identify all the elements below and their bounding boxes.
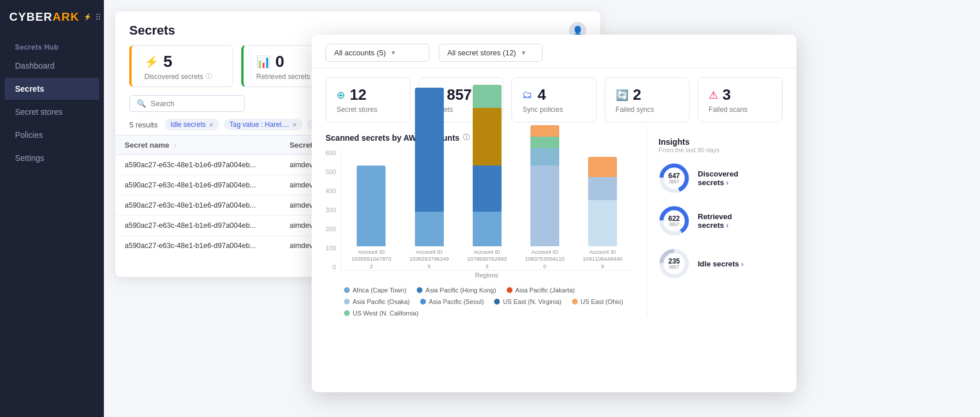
- chart-yaxis: 600 500 400 300 200 100 0: [326, 149, 341, 271]
- sort-icon-name[interactable]: ↑: [174, 142, 177, 149]
- col-secret-name: Secret name ↑: [115, 136, 280, 155]
- bar-account-5: Account ID10911064484409: [582, 157, 623, 270]
- discovered-label: Discovered secrets: [144, 73, 203, 81]
- insight-row-discovered[interactable]: 647/857 Discovered secrets ›: [659, 163, 785, 194]
- chart-bars-wrap: Account ID10355510479732 Account ID10382…: [341, 149, 633, 282]
- panel-header: All accounts (5) ▼ All secret stores (12…: [312, 35, 796, 68]
- main-content: Secrets 👤 ⚡ 5 Discovered secrets ⓘ 📊 0: [104, 0, 980, 417]
- legend-label: Asia Pacific (Seoul): [429, 298, 484, 305]
- secret-stores-stat-icon: ⊕: [336, 89, 345, 102]
- legend-dot: [494, 299, 500, 305]
- legend-dot: [344, 299, 350, 305]
- sync-policies-stat-icon: 🗂: [522, 89, 533, 101]
- search-input[interactable]: [151, 99, 237, 108]
- legend-item: Asia Pacific (Osaka): [344, 298, 410, 305]
- discovered-icon: ⚡: [144, 55, 159, 69]
- legend-dot: [344, 287, 350, 293]
- failed-syncs-stat-icon: 🔄: [616, 89, 629, 102]
- stat-cards: ⊕ 12 Secret stores 🔑 857 Secrets 🗂 4 Syn…: [312, 68, 796, 127]
- legend-label: Asia Pacific (Hong Kong): [425, 287, 496, 294]
- legend-item: Asia Pacific (Seoul): [420, 298, 484, 305]
- donut-idle: 235/857: [659, 248, 690, 279]
- dashboard-panel: All accounts (5) ▼ All secret stores (12…: [312, 35, 796, 392]
- filter-tag-idle-label: Idle secrets: [170, 121, 205, 129]
- discovered-insight-label: Discovered: [698, 170, 738, 178]
- cell-secret-name: a590ac27-e63c-48e1-b1e6-d97a004eb...: [115, 175, 280, 196]
- search-input-wrap: 🔍: [129, 95, 245, 112]
- bar-account-1: Account ID10355510479732: [350, 166, 392, 270]
- cell-secret-name: a590ac27-e63c-48e1-b1e6-d97a004eb...: [115, 236, 280, 256]
- legend-dot: [507, 287, 513, 293]
- filter-tag-value[interactable]: Tag value : Harel.... ✕: [224, 119, 302, 130]
- legend-item: Africa (Cape Town): [344, 287, 406, 294]
- retrieved-insight-label2: secrets ›: [698, 221, 732, 230]
- accounts-dropdown-chevron: ▼: [391, 50, 397, 56]
- bar-account-4: Account ID10837530541100: [524, 125, 566, 270]
- failed-syncs-stat-label: Failed syncs: [616, 106, 679, 114]
- retrieved-link[interactable]: ›: [726, 221, 728, 230]
- secret-stores-stat-number: 12: [350, 86, 366, 104]
- retrieved-number: 0: [275, 52, 285, 71]
- sidebar-item-dashboard[interactable]: Dashboard: [5, 55, 99, 77]
- sidebar-logo: CYBERARK ⚡ ⠿: [0, 0, 104, 31]
- stores-dropdown-chevron: ▼: [521, 50, 526, 56]
- donut-discovered: 647/857: [659, 163, 690, 194]
- search-icon: 🔍: [137, 99, 146, 108]
- retrieved-insight-label: Retrieved: [698, 212, 732, 221]
- chart-bars: Account ID10355510479732 Account ID10382…: [341, 149, 633, 271]
- insights-subtitle: From the last 90 days: [659, 146, 785, 153]
- logo-ark: ARK: [53, 10, 79, 23]
- legend-dot: [417, 287, 422, 293]
- stat-card-sync-policies: 🗂 4 Sync policies: [511, 77, 596, 122]
- bar-account-3: Account ID10786907629933: [466, 85, 508, 270]
- stat-card-failed-scans: ⚠ 3 Failed scans: [698, 77, 783, 122]
- failed-scans-stat-label: Failed scans: [709, 106, 772, 114]
- failed-syncs-stat-number: 2: [633, 86, 641, 104]
- legend-dot: [572, 299, 578, 305]
- sidebar-item-secret-stores[interactable]: Secret stores: [5, 101, 99, 123]
- chart-area: 600 500 400 300 200 100 0: [326, 149, 633, 282]
- legend-dot: [344, 310, 350, 316]
- discovered-link[interactable]: ›: [726, 179, 728, 187]
- stores-dropdown[interactable]: All secret stores (12) ▼: [439, 44, 543, 62]
- apps-grid-icon[interactable]: ⠿: [95, 13, 101, 22]
- sidebar-nav: Secrets Hub Dashboard Secrets Secret sto…: [0, 36, 104, 170]
- sidebar-item-secrets[interactable]: Secrets: [5, 78, 99, 100]
- failed-scans-stat-icon: ⚠: [709, 89, 718, 102]
- sidebar-hub-label: Secrets Hub: [5, 37, 99, 54]
- accounts-dropdown[interactable]: All accounts (5) ▼: [326, 44, 429, 62]
- cell-secret-name: a590ac27-e63c-48e1-b1e6-d97a004eb...: [115, 196, 280, 216]
- page-title: Secrets: [129, 23, 175, 38]
- bar-account-2: Account ID10382937962495: [408, 88, 450, 270]
- stat-card-secret-stores: ⊕ 12 Secret stores: [326, 77, 410, 122]
- legend-label: US East (Ohio): [581, 298, 623, 305]
- retrieved-icon: 📊: [256, 55, 271, 69]
- retrieved-label: Retrieved secrets: [256, 73, 310, 81]
- legend-item: US East (Ohio): [572, 298, 623, 305]
- logo-bolt-icon: ⚡: [84, 13, 92, 21]
- discovered-insight-label2: secrets ›: [698, 178, 738, 187]
- sync-policies-stat-label: Sync policies: [522, 106, 585, 114]
- legend-item: US East (N. Virginia): [494, 298, 561, 305]
- filter-tag-idle-close[interactable]: ✕: [209, 122, 214, 128]
- logo-text: CYBERARK: [9, 10, 79, 24]
- filter-tag-value-close[interactable]: ✕: [292, 122, 297, 128]
- idle-insight-label: Idle secrets ›: [698, 260, 743, 268]
- chart-regions-label: Regions: [341, 272, 633, 279]
- insight-row-idle[interactable]: 235/857 Idle secrets ›: [659, 248, 785, 279]
- sidebar-item-policies[interactable]: Policies: [5, 124, 99, 146]
- insights-panel: Insights From the last 90 days 647/857 D…: [646, 127, 796, 317]
- legend-item: Asia Pacific (Hong Kong): [417, 287, 496, 294]
- legend-label: Asia Pacific (Osaka): [353, 298, 410, 305]
- sidebar-item-settings[interactable]: Settings: [5, 147, 99, 169]
- legend-label: US West (N. California): [353, 310, 418, 317]
- idle-link[interactable]: ›: [741, 260, 743, 268]
- insight-row-retrieved[interactable]: 622/857 Retrieved secrets ›: [659, 205, 785, 236]
- chart-section: Scanned secrets by AWS accounts ⓘ 600 50…: [312, 127, 646, 317]
- discovered-number: 5: [163, 52, 173, 71]
- discovered-info-icon[interactable]: ⓘ: [205, 72, 212, 81]
- filter-tag-idle[interactable]: Idle secrets ✕: [164, 119, 219, 130]
- chart-legend: Africa (Cape Town)Asia Pacific (Hong Kon…: [326, 282, 633, 317]
- stat-card-failed-syncs: 🔄 2 Failed syncs: [605, 77, 690, 122]
- insights-title: Insights: [659, 137, 785, 146]
